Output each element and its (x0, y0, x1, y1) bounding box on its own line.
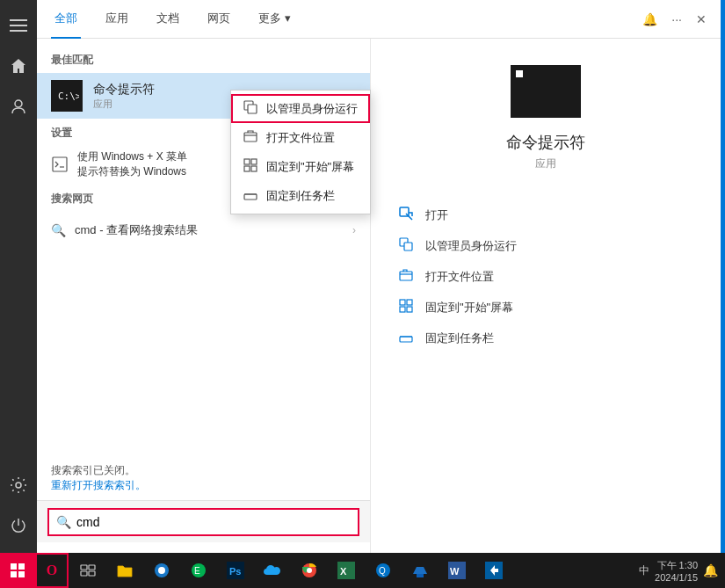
svg-text:W: W (450, 566, 460, 577)
tabs-bar: 全部 应用 文档 网页 更多 ▾ 🔔 ··· ✕ (37, 0, 721, 39)
reopen-index-link[interactable]: 重新打开搜索索引。 (51, 479, 146, 491)
web-arrow-icon: › (352, 224, 356, 236)
start-menu: 全部 应用 文档 网页 更多 ▾ 🔔 ··· ✕ 最佳匹配 C:\ (0, 0, 721, 553)
sidebar (0, 0, 37, 553)
taskbar-arrow-icon[interactable] (476, 553, 511, 588)
action-pin-taskbar-label: 固定到任务栏 (425, 330, 494, 346)
user-icon[interactable]: 🔔 (642, 12, 657, 26)
svg-rect-16 (244, 194, 257, 200)
svg-rect-31 (18, 571, 25, 577)
context-pin-start-label: 固定到"开始"屏幕 (266, 159, 354, 175)
tab-apps[interactable]: 应用 (102, 0, 132, 39)
result-name: 命令提示符 (93, 82, 155, 98)
svg-rect-0 (10, 19, 27, 21)
svg-point-43 (307, 568, 312, 573)
main-content: 全部 应用 文档 网页 更多 ▾ 🔔 ··· ✕ 最佳匹配 C:\ (37, 0, 721, 553)
sidebar-settings-btn[interactable] (0, 467, 37, 504)
search-icon: 🔍 (56, 515, 71, 529)
sidebar-power-btn[interactable] (0, 507, 37, 544)
search-area: 最佳匹配 C:\> 命令提示符 应用 设置 (37, 39, 721, 553)
more-options-icon[interactable]: ··· (671, 12, 682, 26)
folder-icon (399, 268, 417, 285)
run-admin-icon (399, 237, 417, 254)
context-open-location-label: 打开文件位置 (266, 130, 335, 146)
svg-point-37 (158, 567, 165, 574)
cmd-icon: C:\> (51, 80, 83, 112)
result-type: 应用 (93, 98, 155, 111)
action-pin-start[interactable]: 固定到"开始"屏幕 (388, 292, 703, 323)
run-as-admin-icon (243, 100, 259, 117)
right-panel: 命令提示符 应用 打开 以管理员身份运行 (371, 39, 721, 553)
taskbar-right: 中 下午 1:302024/1/15 🔔 (639, 553, 725, 588)
search-input[interactable] (76, 515, 351, 529)
cortana-button[interactable]: O (35, 553, 69, 588)
svg-rect-1 (10, 25, 27, 26)
context-open-location[interactable]: 打开文件位置 (231, 123, 370, 152)
action-run-admin-label: 以管理员身份运行 (425, 238, 517, 254)
svg-rect-14 (244, 166, 250, 171)
taskbar-language: 中 (639, 563, 649, 578)
taskbar-green-icon[interactable]: E (181, 553, 216, 588)
tab-all[interactable]: 全部 (51, 0, 81, 39)
svg-rect-32 (81, 565, 87, 570)
close-icon[interactable]: ✕ (696, 12, 707, 26)
action-open-location[interactable]: 打开文件位置 (388, 261, 703, 292)
start-button[interactable] (0, 553, 35, 588)
svg-rect-26 (400, 337, 412, 342)
pin-taskbar-icon (243, 187, 259, 204)
taskbar-word-icon[interactable]: W (439, 553, 475, 588)
context-pin-taskbar[interactable]: 固定到任务栏 (231, 181, 370, 210)
tab-web[interactable]: 网页 (204, 0, 234, 39)
left-panel: 最佳匹配 C:\> 命令提示符 应用 设置 (37, 39, 371, 553)
svg-rect-12 (244, 159, 250, 164)
context-run-admin-label: 以管理员身份运行 (266, 101, 358, 117)
taskbar-time: 下午 1:302024/1/15 (655, 559, 698, 583)
search-web-icon: 🔍 (51, 223, 66, 237)
svg-rect-34 (81, 571, 87, 576)
svg-rect-33 (89, 565, 95, 570)
tab-docs[interactable]: 文档 (153, 0, 183, 39)
taskbar-explorer-icon[interactable] (107, 553, 142, 588)
taskbar-notification[interactable]: 🔔 (703, 563, 718, 577)
web-search-item[interactable]: 🔍 cmd - 查看网络搜索结果 › (37, 217, 370, 243)
sidebar-profile-btn[interactable] (0, 88, 37, 125)
app-preview-icon (511, 65, 581, 118)
svg-rect-20 (404, 243, 412, 250)
cortana-icon: O (47, 563, 57, 578)
right-app-name: 命令提示符 (506, 132, 585, 153)
sidebar-home-btn[interactable] (0, 47, 37, 84)
context-pin-start[interactable]: 固定到"开始"屏幕 (231, 152, 370, 181)
action-pin-start-label: 固定到"开始"屏幕 (425, 300, 513, 316)
task-view-button[interactable] (70, 553, 105, 588)
taskbar-cloud-icon[interactable] (255, 553, 290, 588)
svg-rect-28 (11, 563, 17, 570)
svg-rect-11 (244, 133, 257, 142)
action-open[interactable]: 打开 (388, 200, 703, 230)
action-run-admin[interactable]: 以管理员身份运行 (388, 230, 703, 261)
context-run-as-admin[interactable]: 以管理员身份运行 (231, 94, 370, 123)
sidebar-menu-btn[interactable] (0, 7, 37, 44)
tab-more[interactable]: 更多 ▾ (255, 0, 294, 39)
pin-taskbar-action-icon (399, 330, 417, 346)
open-icon (399, 207, 417, 223)
svg-rect-30 (11, 571, 17, 577)
taskbar-ps-icon[interactable]: Ps (218, 553, 253, 588)
svg-text:Ps: Ps (229, 566, 241, 577)
search-box-area: 🔍 (37, 500, 370, 542)
taskbar-excel-icon[interactable]: X (329, 553, 364, 588)
open-location-icon (243, 129, 259, 146)
action-pin-taskbar[interactable]: 固定到任务栏 (388, 323, 703, 353)
svg-text:X: X (340, 566, 347, 577)
svg-rect-25 (407, 307, 412, 312)
svg-rect-24 (400, 307, 405, 312)
svg-text:E: E (194, 566, 200, 576)
svg-rect-15 (251, 166, 257, 171)
taskbar-browser-icon[interactable] (144, 553, 179, 588)
context-pin-taskbar-label: 固定到任务栏 (266, 188, 335, 204)
action-open-location-label: 打开文件位置 (425, 269, 494, 285)
svg-point-4 (16, 483, 21, 488)
taskbar-blue-icon[interactable]: Q (366, 553, 401, 588)
taskbar: O E (0, 553, 725, 588)
taskbar-chrome-icon[interactable] (292, 553, 327, 588)
taskbar-ship-icon[interactable] (402, 553, 438, 588)
